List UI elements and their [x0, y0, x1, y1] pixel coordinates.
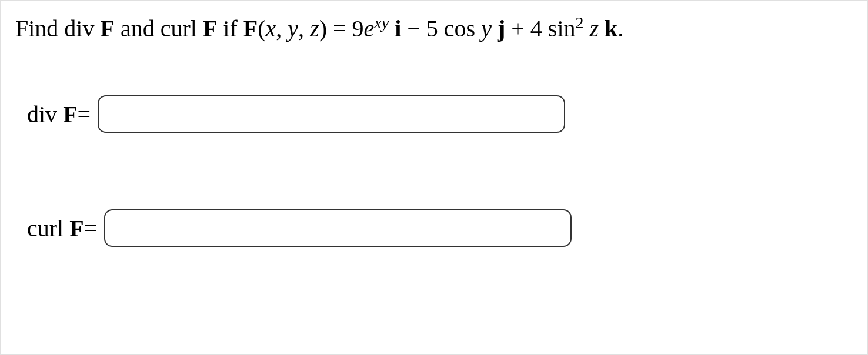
div-label: div F= — [27, 101, 91, 128]
vec-F: F — [69, 215, 84, 242]
text-if: if — [217, 15, 243, 42]
curl-input[interactable] — [104, 209, 572, 247]
text-and: and curl — [115, 15, 203, 42]
space — [584, 15, 590, 42]
vec-F: F — [203, 15, 217, 42]
equals: = — [78, 101, 91, 128]
vec-F: F — [63, 101, 77, 128]
comma: , — [276, 15, 288, 42]
var-z: z — [310, 15, 319, 42]
unit-i: i — [395, 15, 401, 42]
vec-F: F — [100, 15, 114, 42]
div-input[interactable] — [98, 95, 565, 133]
unit-k: k — [605, 15, 617, 42]
problem-statement: Find div F and curl F if F(x, y, z) = 9e… — [15, 12, 853, 45]
curl-label: curl F= — [27, 215, 97, 242]
exponent-2: 2 — [576, 14, 584, 32]
space — [389, 15, 395, 42]
minus-term: − 5 cos — [401, 15, 481, 42]
var-y: y — [288, 15, 298, 42]
var-z: z — [590, 15, 599, 42]
label-curl: curl — [27, 215, 69, 242]
text-find: Find div — [15, 15, 100, 42]
div-answer-row: div F= — [27, 95, 853, 133]
comma: , — [298, 15, 310, 42]
curl-answer-row: curl F= — [27, 209, 853, 247]
paren-open: ( — [258, 15, 265, 42]
label-div: div — [27, 101, 63, 128]
vec-F: F — [243, 15, 258, 42]
equals: = — [84, 215, 98, 242]
exponent-xy: xy — [374, 14, 389, 32]
const-e: e — [364, 15, 375, 42]
var-y: y — [481, 15, 492, 42]
unit-j: j — [498, 15, 505, 42]
paren-close-eq: ) = 9 — [319, 15, 364, 42]
space — [599, 15, 605, 42]
space — [492, 15, 498, 42]
period: . — [617, 15, 623, 42]
plus-term: + 4 sin — [505, 15, 575, 42]
var-x: x — [266, 15, 276, 42]
